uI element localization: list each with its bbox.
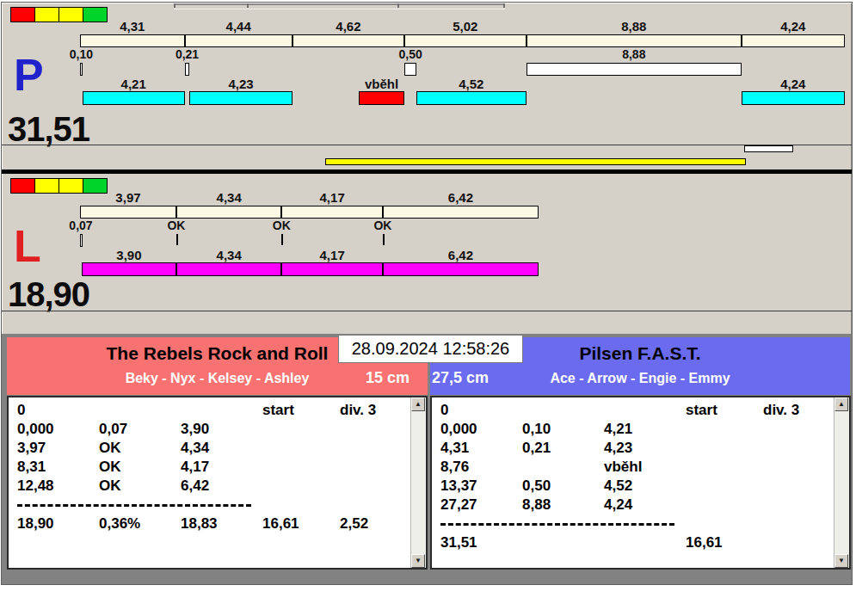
table-cell: 16,61	[686, 534, 763, 551]
table-cell: 0,50	[522, 477, 604, 495]
exchange-marker-box	[404, 63, 416, 76]
vertical-scrollbar[interactable]: ▲▼	[834, 397, 849, 568]
table-row: 13,370,504,52	[432, 477, 834, 496]
table-cell: 8,76	[440, 459, 522, 476]
table-cell: 0	[440, 402, 522, 419]
exchange-time-label: 8,88	[622, 48, 645, 60]
lane-letter: L	[14, 224, 41, 268]
exchange-marker-tick	[281, 234, 283, 245]
table-cell: OK	[99, 477, 181, 495]
split-time-label: 3,97	[115, 191, 140, 204]
split-time-label: 5,02	[453, 20, 477, 33]
table-cell: 0,000	[17, 421, 99, 438]
table-cell: 16,61	[262, 515, 340, 533]
split-bar-segment	[80, 34, 185, 47]
table-cell: OK	[99, 459, 181, 476]
split-time-label: 4,17	[320, 191, 345, 204]
table-cell: 4,31	[440, 440, 522, 457]
table-row: 0,0000,104,21	[432, 421, 834, 440]
start-light	[10, 178, 35, 194]
jump-height-right: 27,5 cm	[432, 369, 518, 387]
scroll-up-button[interactable]: ▲	[411, 397, 425, 411]
exchange-time-label: 0,21	[176, 48, 199, 60]
table-cell: 12,48	[17, 477, 99, 495]
table-cell: 0,000	[440, 421, 522, 438]
table-cell: start	[262, 402, 340, 419]
dog-run-label: 4,34	[217, 249, 242, 262]
table-row: 0startdiv. 3	[9, 402, 411, 421]
table-cell: 0,10	[522, 421, 604, 438]
totals-separator	[9, 496, 411, 515]
exchange-marker-box	[80, 63, 83, 76]
start-light	[83, 7, 108, 22]
table-cell: start	[686, 402, 763, 419]
dog-run-bar	[189, 91, 292, 105]
exchange-marker-box	[527, 63, 742, 76]
dog-run-label: 4,24	[780, 77, 805, 90]
vertical-scrollbar[interactable]: ▲▼	[410, 397, 426, 568]
table-row: 12,48OK6,42	[9, 477, 411, 496]
dog-run-label: 4,23	[228, 77, 253, 90]
split-bar-segment	[293, 34, 404, 47]
table-cell: 8,88	[522, 496, 604, 514]
start-light	[59, 178, 83, 194]
split-time-label: 8,88	[621, 20, 646, 33]
dog-run-label: vběhl	[365, 77, 398, 90]
table-cell: 4,21	[604, 421, 686, 438]
table-cell: 2,52	[340, 515, 404, 533]
start-light	[10, 7, 35, 22]
table-cell: 0,07	[99, 421, 181, 438]
dog-run-label: 4,17	[320, 249, 345, 262]
table-cell: 4,34	[181, 440, 262, 457]
split-bar-segment	[383, 206, 539, 219]
split-time-label: 4,62	[336, 20, 360, 33]
dog-run-label: 6,42	[448, 249, 473, 262]
table-cell: 0	[17, 402, 99, 419]
table-cell: 4,17	[181, 459, 262, 476]
dog-run-bar	[383, 262, 539, 276]
dog-run-bar	[176, 262, 281, 276]
dog-run-bar	[83, 91, 185, 105]
lane-baseline	[2, 145, 852, 145]
dog-run-label: 4,21	[121, 77, 146, 90]
split-bar-segment	[80, 206, 176, 219]
dog-run-bar	[742, 91, 845, 105]
table-cell: 18,90	[17, 515, 99, 533]
scroll-down-button[interactable]: ▼	[834, 554, 848, 568]
totals-separator	[432, 515, 834, 534]
lane-total-time: 18,90	[8, 277, 89, 311]
table-cell: vběhl	[604, 459, 686, 476]
result-table-body: 0startdiv. 30,0000,073,903,97OK4,348,31O…	[9, 397, 411, 568]
scroll-down-button[interactable]: ▼	[411, 554, 425, 568]
lane-baseline	[2, 311, 852, 311]
exchange-time-label: OK	[373, 219, 391, 231]
jump-height-left: 15 cm	[338, 369, 437, 387]
page: P31,514,314,444,625,028,884,240,100,210,…	[0, 0, 856, 616]
start-light	[34, 7, 59, 22]
result-table-left: 0startdiv. 30,0000,073,903,97OK4,348,31O…	[7, 396, 428, 570]
table-row: 4,310,214,23	[432, 440, 834, 459]
table-row: 31,5116,61	[432, 534, 834, 553]
dog-run-bar	[359, 91, 404, 105]
table-cell: 4,52	[604, 477, 686, 495]
yellow-progress-bar	[325, 158, 746, 165]
dog-run-bar	[416, 91, 526, 105]
table-row: 8,31OK4,17	[9, 459, 411, 477]
lane-letter: P	[14, 52, 44, 97]
table-cell: 13,37	[440, 477, 522, 495]
scroll-up-button[interactable]: ▲	[834, 397, 848, 411]
exchange-time-label: 0,07	[69, 219, 92, 231]
lane-total-time: 31,51	[8, 112, 89, 146]
table-row: 18,900,36%18,8316,612,52	[9, 515, 411, 534]
dog-run-label: 4,52	[459, 77, 483, 90]
split-bar-segment	[527, 34, 742, 47]
table-cell: 4,23	[604, 440, 686, 457]
table-row: 8,76vběhl	[432, 459, 834, 477]
split-time-label: 4,34	[217, 191, 242, 204]
exchange-time-label: 0,10	[70, 48, 93, 60]
start-lights	[11, 7, 108, 22]
table-cell: 3,97	[17, 440, 99, 457]
split-bar-segment	[176, 206, 281, 219]
exchange-time-label: 0,50	[398, 48, 422, 60]
lane-panel-right-P: P31,514,314,444,625,028,884,240,100,210,…	[2, 3, 852, 169]
